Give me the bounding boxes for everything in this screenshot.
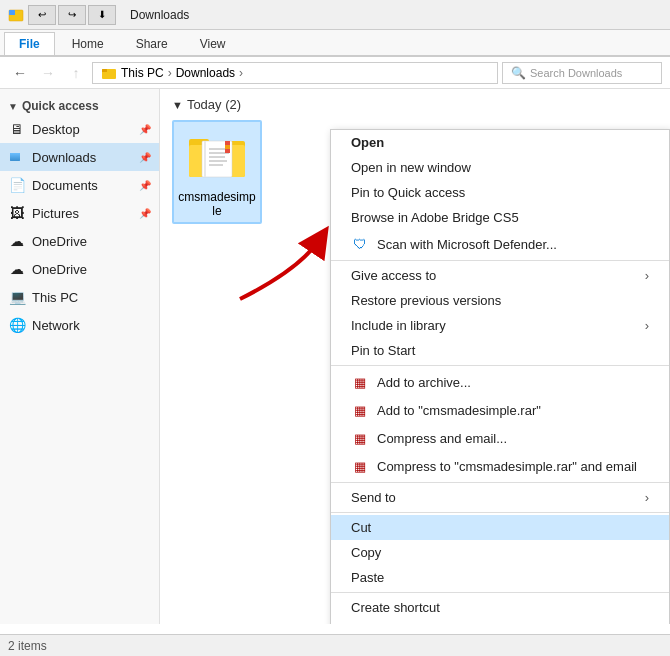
svg-rect-17 [225, 145, 230, 149]
cm-open-new-window[interactable]: Open in new window [331, 155, 669, 180]
svg-rect-10 [204, 141, 206, 177]
quick-access-arrow: ▼ [8, 101, 18, 112]
cm-add-rar-label: Add to "cmsmadesimple.rar" [377, 403, 541, 418]
cm-browse-bridge-label: Browse in Adobe Bridge CS5 [351, 210, 519, 225]
cm-pin-start-label: Pin to Start [351, 343, 415, 358]
cm-delete[interactable]: Delete [331, 620, 669, 624]
cm-add-archive-label: Add to archive... [377, 375, 471, 390]
tab-home[interactable]: Home [57, 32, 119, 55]
cm-sep1 [331, 260, 669, 261]
cm-open[interactable]: Open [331, 130, 669, 155]
tab-file[interactable]: File [4, 32, 55, 55]
cm-send-to[interactable]: Send to › [331, 485, 669, 510]
cm-restore-versions[interactable]: Restore previous versions [331, 288, 669, 313]
sidebar-desktop-label: Desktop [32, 122, 135, 137]
cm-paste-label: Paste [351, 570, 384, 585]
search-icon: 🔍 [511, 66, 526, 80]
main-layout: ▼ Quick access 🖥 Desktop 📌 Downloads 📌 📄… [0, 89, 670, 624]
tab-view[interactable]: View [185, 32, 241, 55]
back-button[interactable]: ← [8, 61, 32, 85]
cm-pin-start[interactable]: Pin to Start [331, 338, 669, 363]
network-icon: 🌐 [8, 316, 26, 334]
redo-btn[interactable]: ↪ [58, 5, 86, 25]
sidebar-onedrive1-label: OneDrive [32, 234, 151, 249]
title-text: Downloads [130, 8, 189, 22]
path-this-pc[interactable]: This PC [121, 66, 164, 80]
status-bar: 2 items [0, 634, 670, 656]
up-button[interactable]: ↑ [64, 61, 88, 85]
cm-give-access-arrow: › [645, 268, 649, 283]
winrar-icon-2: ▦ [351, 401, 369, 419]
cm-scan-label: Scan with Microsoft Defender... [377, 237, 557, 252]
cm-add-rar[interactable]: ▦ Add to "cmsmadesimple.rar" [331, 396, 669, 424]
cm-include-label: Include in library [351, 318, 446, 333]
cm-include-arrow: › [645, 318, 649, 333]
search-box[interactable]: 🔍 Search Downloads [502, 62, 662, 84]
cm-give-access[interactable]: Give access to › [331, 263, 669, 288]
quick-access-group[interactable]: ▼ Quick access [0, 93, 159, 115]
undo-btn[interactable]: ↩ [28, 5, 56, 25]
sidebar-network-label: Network [32, 318, 151, 333]
cm-compress-email-label: Compress and email... [377, 431, 507, 446]
path-icon [101, 65, 117, 81]
sidebar-thispc-label: This PC [32, 290, 151, 305]
sidebar-item-desktop[interactable]: 🖥 Desktop 📌 [0, 115, 159, 143]
cm-compress-email[interactable]: ▦ Compress and email... [331, 424, 669, 452]
cm-compress-rar-email[interactable]: ▦ Compress to "cmsmadesimple.rar" and em… [331, 452, 669, 480]
sidebar: ▼ Quick access 🖥 Desktop 📌 Downloads 📌 📄… [0, 89, 160, 624]
defender-icon: 🛡 [351, 235, 369, 253]
sidebar-onedrive2-label: OneDrive [32, 262, 151, 277]
quick-access-label: Quick access [22, 99, 99, 113]
ribbon-tabs: File Home Share View [0, 30, 670, 56]
documents-icon: 📄 [8, 176, 26, 194]
window-controls[interactable]: ↩ ↪ ⬇ [28, 5, 116, 25]
cm-cut-label: Cut [351, 520, 371, 535]
sidebar-item-documents[interactable]: 📄 Documents 📌 [0, 171, 159, 199]
pictures-pin: 📌 [139, 208, 151, 219]
downloads-pin: 📌 [139, 152, 151, 163]
pictures-icon: 🖼 [8, 204, 26, 222]
winrar-icon-1: ▦ [351, 373, 369, 391]
cm-send-to-arrow: › [645, 490, 649, 505]
sidebar-item-pictures[interactable]: 🖼 Pictures 📌 [0, 199, 159, 227]
cm-sep3 [331, 482, 669, 483]
ribbon: File Home Share View [0, 30, 670, 57]
sidebar-pictures-label: Pictures [32, 206, 135, 221]
cm-copy-label: Copy [351, 545, 381, 560]
search-placeholder: Search Downloads [530, 67, 622, 79]
path-downloads[interactable]: Downloads [176, 66, 235, 80]
cm-pin-quick[interactable]: Pin to Quick access [331, 180, 669, 205]
sidebar-item-thispc[interactable]: 💻 This PC [0, 283, 159, 311]
cm-copy[interactable]: Copy [331, 540, 669, 565]
context-menu: Open Open in new window Pin to Quick acc… [330, 129, 670, 624]
downloads-icon [8, 148, 26, 166]
svg-rect-1 [9, 10, 15, 15]
cm-give-access-label: Give access to [351, 268, 436, 283]
tab-share[interactable]: Share [121, 32, 183, 55]
cm-compress-rar-email-label: Compress to "cmsmadesimple.rar" and emai… [377, 459, 637, 474]
address-bar: ← → ↑ This PC › Downloads › 🔍 Search Dow… [0, 57, 670, 89]
address-path[interactable]: This PC › Downloads › [92, 62, 498, 84]
sidebar-item-onedrive2[interactable]: ☁ OneDrive [0, 255, 159, 283]
cm-cut[interactable]: Cut [331, 515, 669, 540]
sidebar-item-network[interactable]: 🌐 Network [0, 311, 159, 339]
folder-icon [187, 126, 247, 186]
cm-add-archive[interactable]: ▦ Add to archive... [331, 368, 669, 396]
sidebar-item-onedrive1[interactable]: ☁ OneDrive [0, 227, 159, 255]
onedrive2-icon: ☁ [8, 260, 26, 278]
cm-sep4 [331, 512, 669, 513]
cm-open-label: Open [351, 135, 384, 150]
winrar-icon-4: ▦ [351, 457, 369, 475]
cm-browse-bridge[interactable]: Browse in Adobe Bridge CS5 [331, 205, 669, 230]
desktop-icon: 🖥 [8, 120, 26, 138]
cm-open-new-window-label: Open in new window [351, 160, 471, 175]
cm-include-library[interactable]: Include in library › [331, 313, 669, 338]
sidebar-item-downloads[interactable]: Downloads 📌 [0, 143, 159, 171]
cm-paste[interactable]: Paste [331, 565, 669, 590]
forward-button[interactable]: → [36, 61, 60, 85]
cm-scan-defender[interactable]: 🛡 Scan with Microsoft Defender... [331, 230, 669, 258]
cm-create-shortcut[interactable]: Create shortcut [331, 595, 669, 620]
file-name: cmsmadesimple [178, 190, 256, 218]
prop-btn[interactable]: ⬇ [88, 5, 116, 25]
file-item-cmsmadesimple[interactable]: cmsmadesimple [172, 120, 262, 224]
